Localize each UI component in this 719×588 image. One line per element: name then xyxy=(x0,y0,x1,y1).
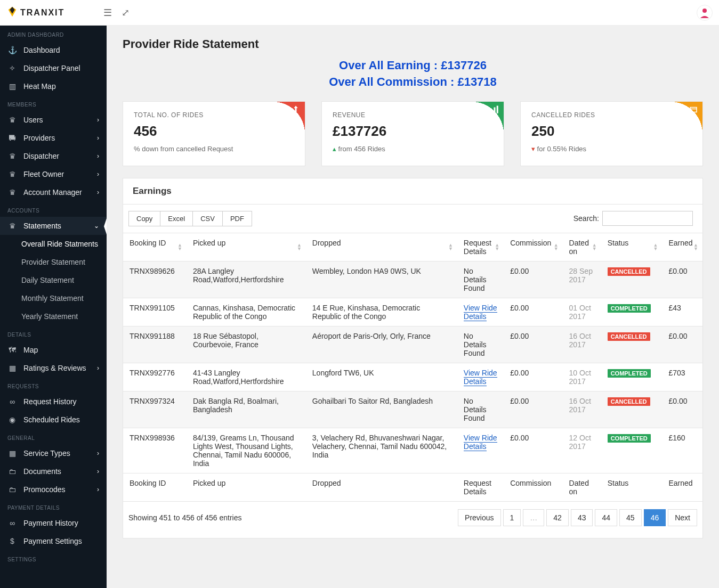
stat-title: TOTAL NO. OF RIDES xyxy=(134,111,294,119)
cell-drop: Longford TW6, UK xyxy=(306,363,457,391)
cell-request: View Ride Details xyxy=(457,363,504,391)
sidebar-heading: PAYMENT DETAILS xyxy=(0,499,107,514)
column-header[interactable]: Commission▲▼ xyxy=(504,233,562,261)
sidebar-item-request-history[interactable]: ∞Request History xyxy=(0,393,107,411)
column-header[interactable]: Dated on▲▼ xyxy=(563,233,601,261)
pagination-next[interactable]: Next xyxy=(668,509,697,526)
sidebar-item-heat-map[interactable]: ▥Heat Map xyxy=(0,77,107,95)
cell-booking-id: TRNX991188 xyxy=(123,326,187,363)
cell-date: 10 Oct 2017 xyxy=(563,363,601,391)
cell-pickup: 41-43 Langley Road,Watford,Hertfordshire xyxy=(187,363,306,391)
chevron-icon: › xyxy=(97,134,99,142)
cell-booking-id: TRNX997324 xyxy=(123,391,187,428)
sidebar-item-documents[interactable]: 🗀Documents› xyxy=(0,462,107,480)
sidebar-icon: 🗺 xyxy=(7,346,17,354)
sidebar: ADMIN DASHBOARD⚓Dashboard✧Dispatcher Pan… xyxy=(0,26,107,588)
fullscreen-icon[interactable]: ⤢ xyxy=(122,7,130,19)
sidebar-item-label: Dashboard xyxy=(23,46,60,54)
sidebar-subitem-provider-statement[interactable]: Provider Statement xyxy=(0,253,107,271)
pagination-page-46[interactable]: 46 xyxy=(644,509,666,526)
cell-earned: £0.00 xyxy=(662,261,702,298)
sidebar-subitem-yearly-statement[interactable]: Yearly Statement xyxy=(0,307,107,325)
sidebar-item-ratings-reviews[interactable]: ▦Ratings & Reviews› xyxy=(0,359,107,377)
sidebar-item-payment-history[interactable]: ∞Payment History xyxy=(0,514,107,532)
export-csv-button[interactable]: CSV xyxy=(193,211,223,226)
sidebar-item-account-manager[interactable]: ♛Account Manager› xyxy=(0,183,107,201)
table-row: TRNX98962628A Langley Road,Watford,Hertf… xyxy=(123,261,702,298)
status-badge: COMPLETED xyxy=(608,369,651,378)
column-footer: Status xyxy=(601,473,663,501)
status-badge: CANCELLED xyxy=(608,397,650,406)
pagination-page-43[interactable]: 43 xyxy=(571,509,593,526)
earnings-table: Booking ID▲▼Picked up▲▼Dropped▲▼Request … xyxy=(123,233,702,502)
sidebar-item-scheduled-rides[interactable]: ◉Scheduled Rides xyxy=(0,411,107,429)
column-header[interactable]: Dropped▲▼ xyxy=(306,233,457,261)
cell-pickup: 18 Rue Sébastopol, Courbevoie, France xyxy=(187,326,306,363)
cell-pickup: 84/139, Greams Ln, Thousand Lights West,… xyxy=(187,428,306,473)
menu-toggle-icon[interactable]: ☰ xyxy=(103,7,112,19)
sidebar-item-users[interactable]: ♛Users› xyxy=(0,111,107,129)
sidebar-item-dispatcher[interactable]: ♛Dispatcher› xyxy=(0,147,107,165)
column-header[interactable]: Status▲▼ xyxy=(601,233,663,261)
chevron-icon: › xyxy=(97,152,99,160)
sidebar-item-dispatcher-panel[interactable]: ✧Dispatcher Panel xyxy=(0,59,107,77)
sidebar-item-label: Heat Map xyxy=(23,82,56,91)
cell-status: CANCELLED xyxy=(601,261,663,298)
column-header[interactable]: Picked up▲▼ xyxy=(187,233,306,261)
stat-subtext: ▾ for 0.55% Rides xyxy=(531,145,692,153)
cell-earned: £0.00 xyxy=(662,326,702,363)
table-row: TRNX99277641-43 Langley Road,Watford,Her… xyxy=(123,363,702,391)
user-avatar[interactable] xyxy=(697,5,713,21)
pagination-page-44[interactable]: 44 xyxy=(595,509,617,526)
table-row: TRNX997324Dak Bangla Rd, Boalmari, Bangl… xyxy=(123,391,702,428)
sidebar-item-dashboard[interactable]: ⚓Dashboard xyxy=(0,41,107,59)
pagination-page-1[interactable]: 1 xyxy=(503,509,521,526)
sidebar-item-fleet-owner[interactable]: ♛Fleet Owner› xyxy=(0,165,107,183)
sidebar-heading: ADMIN DASHBOARD xyxy=(0,26,107,41)
sidebar-icon: $ xyxy=(7,537,17,545)
column-header[interactable]: Earned▲▼ xyxy=(662,233,702,261)
table-row: TRNX99893684/139, Greams Ln, Thousand Li… xyxy=(123,428,702,473)
table-header-row: Booking ID▲▼Picked up▲▼Dropped▲▼Request … xyxy=(123,233,702,261)
stat-corner-icon xyxy=(670,102,702,134)
view-ride-details-link[interactable]: View Ride Details xyxy=(464,434,497,451)
sidebar-item-statements[interactable]: ♛Statements⌄ xyxy=(0,217,107,235)
column-header[interactable]: Request Details▲▼ xyxy=(457,233,504,261)
pagination-ellipsis: … xyxy=(523,509,544,526)
sidebar-item-payment-settings[interactable]: $Payment Settings xyxy=(0,532,107,550)
export-copy-button[interactable]: Copy xyxy=(128,211,160,226)
sidebar-item-label: Fleet Owner xyxy=(23,170,64,178)
sidebar-item-label: Dispatcher xyxy=(23,152,59,160)
pagination-previous[interactable]: Previous xyxy=(458,509,500,526)
sidebar-item-service-types[interactable]: ▦Service Types› xyxy=(0,444,107,462)
sidebar-icon: ♛ xyxy=(7,116,17,124)
export-pdf-button[interactable]: PDF xyxy=(223,211,252,226)
svg-rect-3 xyxy=(497,105,498,113)
sidebar-subitem-daily-statement[interactable]: Daily Statement xyxy=(0,271,107,289)
sidebar-item-promocodes[interactable]: 🗀Promocodes› xyxy=(0,480,107,499)
pagination-page-42[interactable]: 42 xyxy=(546,509,569,526)
export-excel-button[interactable]: Excel xyxy=(160,211,193,226)
chevron-icon: › xyxy=(97,170,99,178)
brand-logo[interactable]: TRANXIT xyxy=(6,6,97,19)
sidebar-item-map[interactable]: 🗺Map xyxy=(0,341,107,359)
cell-drop: 3, Velachery Rd, Bhuvaneshwari Nagar, Ve… xyxy=(306,428,457,473)
pagination: Previous1…4243444546Next xyxy=(458,509,697,526)
column-header[interactable]: Booking ID▲▼ xyxy=(123,233,187,261)
cell-earned: £43 xyxy=(662,298,702,326)
sidebar-icon: ♛ xyxy=(7,222,17,230)
view-ride-details-link[interactable]: View Ride Details xyxy=(464,369,497,386)
sidebar-item-providers[interactable]: ⛟Providers› xyxy=(0,129,107,147)
search-input[interactable] xyxy=(602,211,693,226)
sidebar-subitem-monthly-statement[interactable]: Monthly Statement xyxy=(0,289,107,307)
sidebar-subitem-overall-ride-statments[interactable]: Overall Ride Statments xyxy=(0,235,107,253)
status-badge: COMPLETED xyxy=(608,434,651,443)
stats-row: TOTAL NO. OF RIDES456% down from cancell… xyxy=(123,101,703,166)
cell-date: 16 Oct 2017 xyxy=(563,326,601,363)
view-ride-details-link[interactable]: View Ride Details xyxy=(464,304,497,321)
pagination-page-45[interactable]: 45 xyxy=(619,509,642,526)
sidebar-item-label: Map xyxy=(23,346,38,354)
stat-card: TOTAL NO. OF RIDES456% down from cancell… xyxy=(123,101,305,166)
stat-card: REVENUE£137726▴ from 456 Rides xyxy=(321,101,504,166)
cell-drop: Wembley, London HA9 0WS, UK xyxy=(306,261,457,298)
